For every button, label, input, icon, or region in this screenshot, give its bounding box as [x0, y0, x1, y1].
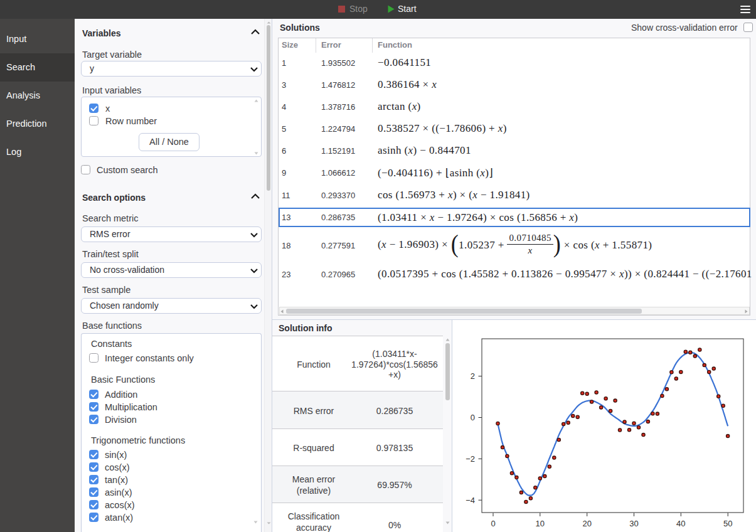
svg-text:2: 2 [471, 371, 475, 381]
svg-text:20: 20 [582, 519, 591, 528]
svg-text:40: 40 [676, 519, 685, 528]
svg-text:0: 0 [471, 413, 475, 422]
svg-text:−2: −2 [466, 454, 475, 464]
svg-text:0: 0 [491, 519, 495, 528]
svg-text:10: 10 [536, 519, 545, 528]
svg-text:−4: −4 [466, 496, 475, 505]
svg-text:50: 50 [723, 519, 732, 528]
svg-text:30: 30 [629, 519, 638, 528]
